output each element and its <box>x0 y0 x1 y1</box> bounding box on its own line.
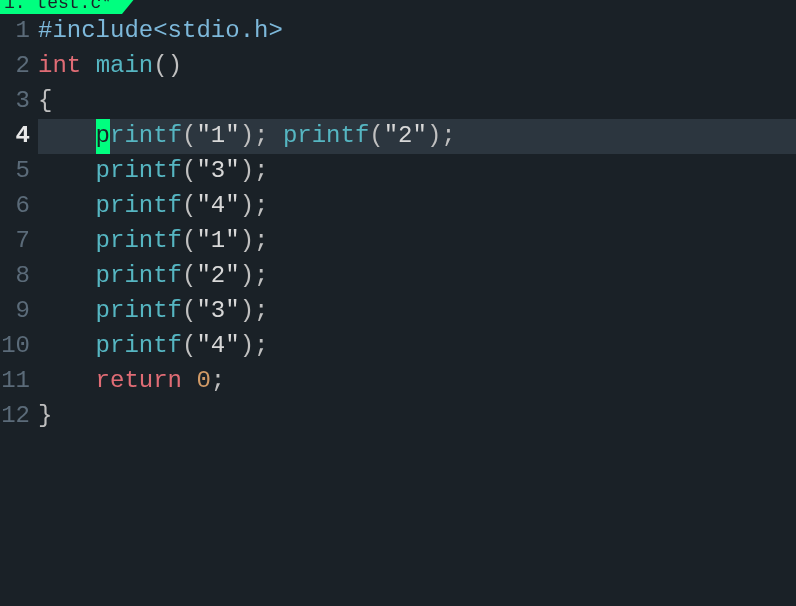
token: () <box>153 49 182 84</box>
token: ; <box>211 364 225 399</box>
code-line[interactable]: printf("4"); <box>38 189 796 224</box>
token: printf <box>96 224 182 259</box>
code-line[interactable]: printf("4"); <box>38 329 796 364</box>
token: printf <box>96 154 182 189</box>
code-line[interactable]: int main() <box>38 49 796 84</box>
token: <stdio.h> <box>153 14 283 49</box>
token <box>268 119 282 154</box>
token <box>38 189 96 224</box>
code-area[interactable]: 123456789101112 #include<stdio.h>int mai… <box>0 14 796 606</box>
token: int <box>38 49 81 84</box>
code-line[interactable]: #include<stdio.h> <box>38 14 796 49</box>
code-line[interactable]: printf("3"); <box>38 294 796 329</box>
token: ); <box>240 259 269 294</box>
token: "4" <box>196 189 239 224</box>
token: ( <box>182 224 196 259</box>
line-number: 7 <box>0 224 30 259</box>
token: rintf <box>110 119 182 154</box>
token <box>38 294 96 329</box>
token: ); <box>240 329 269 364</box>
line-number: 1 <box>0 14 30 49</box>
token <box>182 364 196 399</box>
token: "1" <box>196 224 239 259</box>
token: "4" <box>196 329 239 364</box>
token <box>81 49 95 84</box>
code-content[interactable]: #include<stdio.h>int main(){ printf("1")… <box>38 14 796 606</box>
code-line[interactable]: } <box>38 399 796 434</box>
line-number: 4 <box>0 119 30 154</box>
token: ( <box>182 329 196 364</box>
line-number: 3 <box>0 84 30 119</box>
token <box>38 154 96 189</box>
token: ); <box>240 224 269 259</box>
token: ); <box>240 294 269 329</box>
line-number: 2 <box>0 49 30 84</box>
token: ( <box>369 119 383 154</box>
token: printf <box>96 294 182 329</box>
token: #include <box>38 14 153 49</box>
line-number: 6 <box>0 189 30 224</box>
token: ); <box>427 119 456 154</box>
line-number: 9 <box>0 294 30 329</box>
token: "3" <box>196 294 239 329</box>
token <box>38 259 96 294</box>
token: ); <box>240 154 269 189</box>
token: printf <box>283 119 369 154</box>
token: printf <box>96 189 182 224</box>
code-line[interactable]: printf("2"); <box>38 259 796 294</box>
code-line[interactable]: return 0; <box>38 364 796 399</box>
gutter: 123456789101112 <box>0 14 38 606</box>
token: ); <box>240 189 269 224</box>
code-line[interactable]: printf("1"); <box>38 224 796 259</box>
code-line[interactable]: { <box>38 84 796 119</box>
tab-label: 1. test.c* <box>4 0 112 14</box>
token <box>38 119 96 154</box>
line-number: 12 <box>0 399 30 434</box>
token: printf <box>96 329 182 364</box>
token: main <box>96 49 154 84</box>
tab-bar: 1. test.c* <box>0 0 796 14</box>
token: "1" <box>196 119 239 154</box>
token: "3" <box>196 154 239 189</box>
token: return <box>96 364 182 399</box>
token: ( <box>182 189 196 224</box>
token: 0 <box>196 364 210 399</box>
code-line[interactable]: printf("1"); printf("2"); <box>38 119 796 154</box>
token: { <box>38 84 52 119</box>
token: printf <box>96 259 182 294</box>
token: ); <box>240 119 269 154</box>
editor: 1. test.c* 123456789101112 #include<stdi… <box>0 0 796 606</box>
token: } <box>38 399 52 434</box>
token: "2" <box>196 259 239 294</box>
token: ( <box>182 154 196 189</box>
line-number: 10 <box>0 329 30 364</box>
token <box>38 224 96 259</box>
token <box>38 364 96 399</box>
line-number: 8 <box>0 259 30 294</box>
token: ( <box>182 294 196 329</box>
token: "2" <box>384 119 427 154</box>
cursor: p <box>96 119 110 154</box>
code-line[interactable]: printf("3"); <box>38 154 796 189</box>
token <box>38 329 96 364</box>
line-number: 5 <box>0 154 30 189</box>
tab-file[interactable]: 1. test.c* <box>0 0 122 14</box>
token: ( <box>182 259 196 294</box>
token: ( <box>182 119 196 154</box>
line-number: 11 <box>0 364 30 399</box>
